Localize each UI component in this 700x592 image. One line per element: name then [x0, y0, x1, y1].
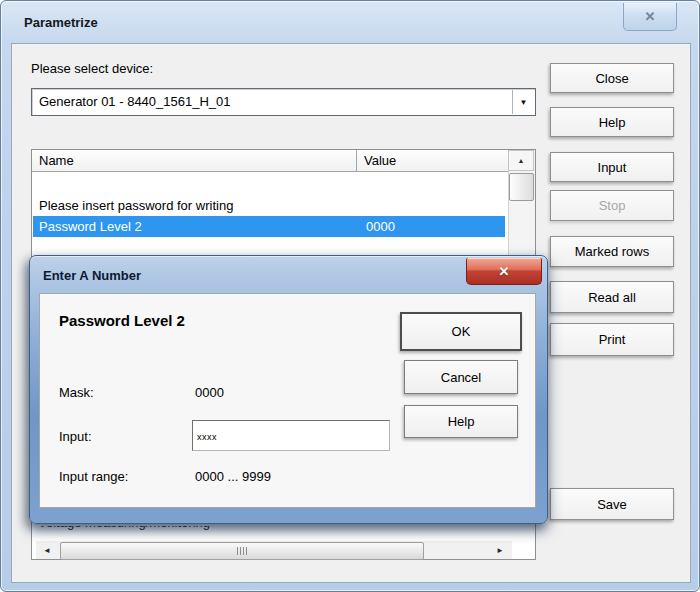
table-row-partially-hidden[interactable]: Voltage measuring/monitoring — [38, 526, 338, 539]
table-row-password-level-2[interactable]: Password Level 2 0000 — [33, 216, 505, 237]
number-input-field[interactable] — [192, 420, 390, 451]
scroll-left-button[interactable]: ◄ — [37, 541, 57, 559]
marked-rows-button[interactable]: Marked rows — [550, 236, 674, 267]
device-select-label: Please select device: — [31, 61, 153, 76]
scroll-left-icon: ◄ — [43, 546, 51, 555]
input-range-label: Input range: — [59, 469, 128, 484]
close-icon: ✕ — [645, 9, 656, 24]
mask-value: 0000 — [195, 385, 224, 400]
save-button[interactable]: Save — [550, 488, 674, 520]
ok-button[interactable]: OK — [400, 312, 522, 351]
dialog-titlebar[interactable]: Enter A Number ✕ — [30, 256, 547, 292]
close-button[interactable]: Close — [550, 63, 674, 93]
help-button[interactable]: Help — [550, 107, 674, 137]
dialog-title: Enter A Number — [43, 268, 141, 283]
row-value-cell: 0000 — [366, 219, 395, 234]
scroll-right-icon: ► — [496, 546, 504, 555]
input-range-value: 0000 ... 9999 — [195, 469, 271, 484]
mask-label: Mask: — [59, 385, 94, 400]
horizontal-scrollbar-thumb[interactable] — [60, 542, 424, 560]
scrollbar-grip-icon — [237, 547, 248, 555]
dialog-help-button[interactable]: Help — [404, 405, 518, 438]
scroll-up-button[interactable]: ▲ — [508, 150, 534, 171]
scroll-right-button[interactable]: ► — [490, 541, 510, 559]
table-row-password-hint[interactable]: Please insert password for writing — [33, 195, 505, 216]
column-header-name[interactable]: Name — [32, 150, 357, 172]
window-close-button[interactable]: ✕ — [623, 3, 677, 31]
parameter-name-heading: Password Level 2 — [59, 312, 185, 329]
combobox-dropdown-button[interactable]: ▼ — [512, 90, 534, 114]
row-name-cell: Please insert password for writing — [33, 198, 233, 213]
print-button[interactable]: Print — [550, 323, 674, 356]
input-button[interactable]: Input — [550, 152, 674, 182]
dialog-close-button[interactable]: ✕ — [466, 258, 542, 285]
parametrize-titlebar[interactable]: Parametrize ✕ — [1, 1, 699, 43]
scroll-up-icon: ▲ — [518, 157, 525, 164]
enter-a-number-dialog: Enter A Number ✕ Password Level 2 OK Can… — [29, 255, 548, 524]
device-combobox[interactable]: Generator 01 - 8440_1561_H_01 ▼ — [31, 88, 536, 116]
device-combobox-value: Generator 01 - 8440_1561_H_01 — [39, 94, 231, 109]
stop-button: Stop — [550, 190, 674, 221]
window-title: Parametrize — [24, 15, 98, 30]
vertical-scrollbar-thumb[interactable] — [509, 173, 534, 201]
row-name-cell: Password Level 2 — [33, 219, 142, 234]
cancel-button[interactable]: Cancel — [404, 360, 518, 394]
read-all-button[interactable]: Read all — [550, 281, 674, 313]
chevron-down-icon: ▼ — [520, 98, 528, 107]
close-icon: ✕ — [499, 264, 510, 279]
parametrize-window: Parametrize ✕ Please select device: Gene… — [0, 0, 700, 592]
column-header-value[interactable]: Value — [357, 150, 508, 172]
input-label: Input: — [59, 429, 92, 444]
